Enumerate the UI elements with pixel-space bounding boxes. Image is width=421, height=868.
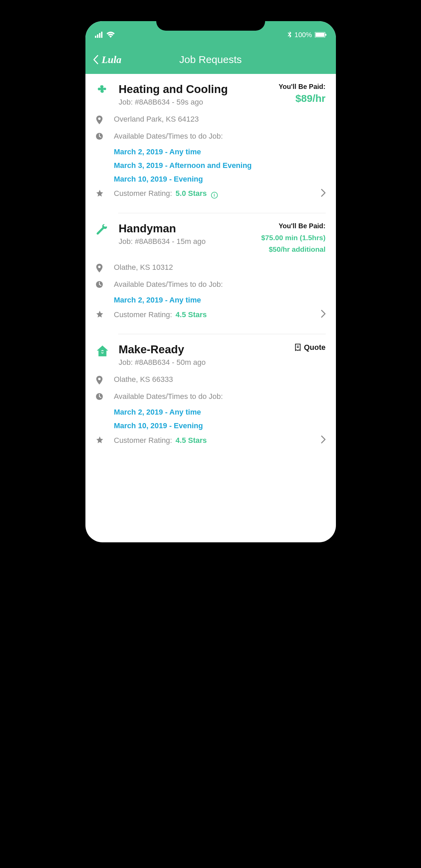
wrench-icon (96, 222, 111, 238)
info-icon[interactable]: i (211, 192, 218, 199)
nav-bar: Lula Job Requests (85, 45, 336, 74)
phone-frame: 100% Lula Job Requests Heating an (78, 14, 343, 550)
svg-rect-3 (101, 32, 102, 38)
status-left (95, 32, 115, 38)
rating-label: Customer Rating: (114, 310, 172, 319)
job-meta: Job: #8A8B634 - 59s ago (119, 98, 279, 107)
house-icon (96, 343, 111, 359)
battery-text: 100% (294, 31, 312, 39)
clock-icon (96, 280, 104, 290)
job-location: Olathe, KS 66333 (114, 375, 173, 384)
time-slot: March 2, 2019 - Any time (114, 408, 326, 417)
rating-label: Customer Rating: (114, 189, 172, 198)
pay-label: You'll Be Paid: (261, 222, 325, 230)
time-slot: March 2, 2019 - Any time (114, 148, 326, 156)
chevron-right-icon[interactable] (321, 310, 326, 320)
clock-icon (96, 132, 104, 142)
job-list: Heating and Cooling Job: #8A8B634 - 59s … (85, 74, 336, 453)
status-right: 100% (288, 31, 326, 39)
chevron-left-icon (93, 55, 98, 64)
job-card[interactable]: Heating and Cooling Job: #8A8B634 - 59s … (85, 74, 336, 206)
availability-label: Available Dates/Times to do Job: (114, 280, 223, 289)
page-title: Job Requests (179, 54, 242, 65)
time-slot: March 10, 2019 - Evening (114, 175, 326, 184)
quote-badge: Quote (294, 343, 326, 352)
location-icon (96, 263, 104, 275)
job-card[interactable]: Handyman Job: #8A8B634 - 15m ago You'll … (85, 213, 336, 327)
location-icon (96, 375, 104, 387)
star-icon (96, 435, 104, 446)
time-slot: March 10, 2019 - Evening (114, 421, 326, 430)
time-slot: March 3, 2019 - Afternoon and Evening (114, 161, 326, 170)
job-location: Olathe, KS 10312 (114, 263, 173, 272)
svg-rect-5 (315, 33, 324, 37)
job-card[interactable]: Make-Ready Job: #8A8B634 - 50m ago Quote (85, 334, 336, 453)
availability-label: Available Dates/Times to do Job: (114, 132, 223, 141)
bluetooth-icon (288, 31, 292, 38)
time-slot: March 2, 2019 - Any time (114, 296, 326, 305)
signal-icon (95, 32, 104, 38)
availability-label: Available Dates/Times to do Job: (114, 392, 223, 401)
job-meta: Job: #8A8B634 - 15m ago (119, 237, 261, 246)
battery-icon (315, 32, 326, 37)
svg-rect-0 (95, 36, 96, 38)
rating-value: 4.5 Stars (176, 436, 207, 445)
wifi-icon (107, 32, 115, 38)
rating-value: 4.5 Stars (176, 310, 207, 319)
pay-amount: $89/hr (279, 93, 326, 104)
pay-label: You'll Be Paid: (279, 83, 326, 91)
svg-rect-6 (325, 34, 326, 36)
phone-screen: 100% Lula Job Requests Heating an (85, 21, 336, 542)
job-title: Heating and Cooling (119, 83, 279, 96)
chevron-right-icon[interactable] (321, 435, 326, 446)
rating-value: 5.0 Stars (176, 189, 207, 198)
job-title: Make-Ready (119, 343, 294, 356)
svg-rect-1 (97, 34, 98, 38)
clock-icon (96, 392, 104, 402)
back-button[interactable]: Lula (93, 54, 122, 65)
rating-label: Customer Rating: (114, 436, 172, 445)
job-title: Handyman (119, 222, 261, 235)
svg-rect-2 (99, 33, 100, 38)
receipt-icon (294, 343, 301, 352)
quote-label: Quote (304, 343, 326, 352)
star-icon (96, 309, 104, 320)
job-meta: Job: #8A8B634 - 50m ago (119, 358, 294, 367)
app-logo: Lula (102, 54, 122, 65)
hvac-icon (96, 83, 111, 98)
location-icon (96, 115, 104, 126)
chevron-right-icon[interactable] (321, 189, 326, 199)
job-location: Overland Park, KS 64123 (114, 115, 199, 124)
pay-amount-secondary: $50/hr additional (261, 244, 325, 255)
phone-notch (156, 14, 265, 31)
pay-amount: $75.00 min (1.5hrs) (261, 232, 325, 244)
star-icon (96, 188, 104, 199)
